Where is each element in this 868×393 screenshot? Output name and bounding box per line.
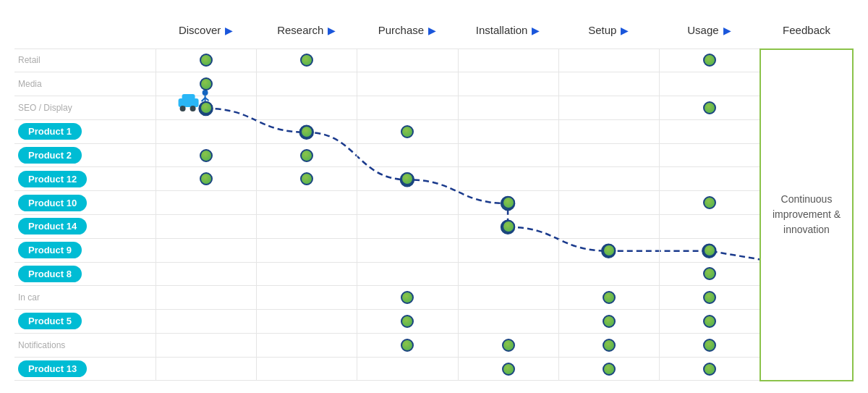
table-row: Product 14 <box>14 215 854 239</box>
dot-indicator <box>401 125 414 138</box>
cell-8-2 <box>357 239 457 262</box>
table-row: Product 12 <box>14 167 854 191</box>
feedback-box: Continuous improvement & innovation <box>760 48 854 381</box>
cell-6-1 <box>256 191 357 214</box>
cell-1-2 <box>357 72 457 96</box>
cell-9-2 <box>357 263 457 286</box>
row-cells <box>156 96 760 119</box>
row-label[interactable]: Product 12 <box>14 171 156 187</box>
row-label[interactable]: Product 9 <box>14 242 156 258</box>
cell-11-3 <box>458 310 558 333</box>
row-cells <box>156 144 760 167</box>
cell-7-4 <box>558 215 659 238</box>
product-badge[interactable]: Product 14 <box>18 218 87 234</box>
dot-indicator <box>502 220 515 233</box>
arrow-icon: ▶ <box>328 25 336 36</box>
cell-2-1 <box>256 96 357 119</box>
cell-4-5 <box>659 144 760 167</box>
cell-9-5 <box>659 263 760 286</box>
arrow-icon: ▶ <box>225 25 233 36</box>
dot-indicator <box>603 315 616 328</box>
table-row: Product 8 <box>14 263 854 287</box>
col-header-research: Research▶ <box>256 24 357 36</box>
product-badge[interactable]: Product 8 <box>18 266 82 282</box>
cell-3-1 <box>256 120 357 143</box>
row-cells <box>156 358 760 381</box>
cell-10-1 <box>256 286 357 309</box>
row-cells <box>156 286 760 309</box>
cell-9-0 <box>156 263 256 286</box>
col-header-label: Usage <box>687 24 718 36</box>
product-badge[interactable]: Product 12 <box>18 171 87 187</box>
row-label-text: Retail <box>18 55 41 65</box>
cell-5-2 <box>357 167 457 190</box>
row-label[interactable]: Product 10 <box>14 195 156 211</box>
cell-5-1 <box>256 167 357 190</box>
row-label: In car <box>14 292 156 303</box>
dot-indicator <box>200 149 213 162</box>
cell-9-4 <box>558 263 659 286</box>
dot-indicator <box>703 363 716 376</box>
dot-indicator <box>603 363 616 376</box>
table-row: Product 10 <box>14 191 854 215</box>
col-header-usage: Usage▶ <box>659 24 760 36</box>
row-label[interactable]: Product 13 <box>14 360 156 377</box>
dot-indicator <box>300 149 313 162</box>
cell-5-4 <box>558 167 659 190</box>
dot-indicator <box>603 339 616 352</box>
row-label-text: In car <box>18 292 40 303</box>
cell-2-2 <box>357 96 457 119</box>
cell-1-0 <box>156 72 256 96</box>
cell-1-4 <box>558 72 659 96</box>
row-label[interactable]: Product 1 <box>14 123 156 140</box>
product-badge[interactable]: Product 10 <box>18 195 87 211</box>
cell-0-4 <box>558 49 659 72</box>
dot-indicator <box>200 54 213 67</box>
cell-3-4 <box>558 120 659 143</box>
table-row: Product 1 <box>14 120 854 144</box>
cell-4-0 <box>156 144 256 167</box>
row-label[interactable]: Product 5 <box>14 313 156 329</box>
row-label[interactable]: Product 2 <box>14 147 156 164</box>
arrow-icon: ▶ <box>723 25 731 36</box>
dot-indicator <box>703 267 716 280</box>
cell-10-2 <box>357 286 457 309</box>
row-cells <box>156 167 760 190</box>
row-label[interactable]: Product 8 <box>14 266 156 282</box>
cell-1-3 <box>458 72 558 96</box>
cell-12-5 <box>659 334 760 357</box>
cell-6-3 <box>458 191 558 214</box>
cell-6-5 <box>659 191 760 214</box>
table-row: Product 5 <box>14 310 854 334</box>
product-badge[interactable]: Product 2 <box>18 147 82 164</box>
cell-11-2 <box>357 310 457 333</box>
cell-7-3 <box>458 215 558 238</box>
dot-indicator <box>200 172 213 185</box>
col-header-purchase: Purchase▶ <box>357 24 457 36</box>
cell-8-3 <box>458 239 558 262</box>
dot-indicator <box>300 125 313 138</box>
cell-6-4 <box>558 191 659 214</box>
row-label: Retail <box>14 55 156 65</box>
table-row: Product 2 <box>14 144 854 168</box>
cell-0-2 <box>357 49 457 72</box>
cell-4-2 <box>357 144 457 167</box>
dot-indicator <box>603 244 616 257</box>
col-header-label: Setup <box>588 24 616 36</box>
product-badge[interactable]: Product 1 <box>18 123 82 140</box>
cell-4-4 <box>558 144 659 167</box>
cell-12-0 <box>156 334 256 357</box>
dot-indicator <box>401 172 414 185</box>
dot-indicator <box>200 101 213 114</box>
row-label[interactable]: Product 14 <box>14 218 156 234</box>
col-header-setup: Setup▶ <box>558 24 659 36</box>
cell-12-2 <box>357 334 457 357</box>
product-badge[interactable]: Product 5 <box>18 313 82 329</box>
product-badge[interactable]: Product 9 <box>18 242 82 258</box>
table-row: In car <box>14 286 854 310</box>
product-badge[interactable]: Product 13 <box>18 360 87 377</box>
cell-8-4 <box>558 239 659 262</box>
arrow-icon: ▶ <box>532 25 540 36</box>
col-headers: Discover▶Research▶Purchase▶Installation▶… <box>156 24 854 36</box>
cell-0-3 <box>458 49 558 72</box>
